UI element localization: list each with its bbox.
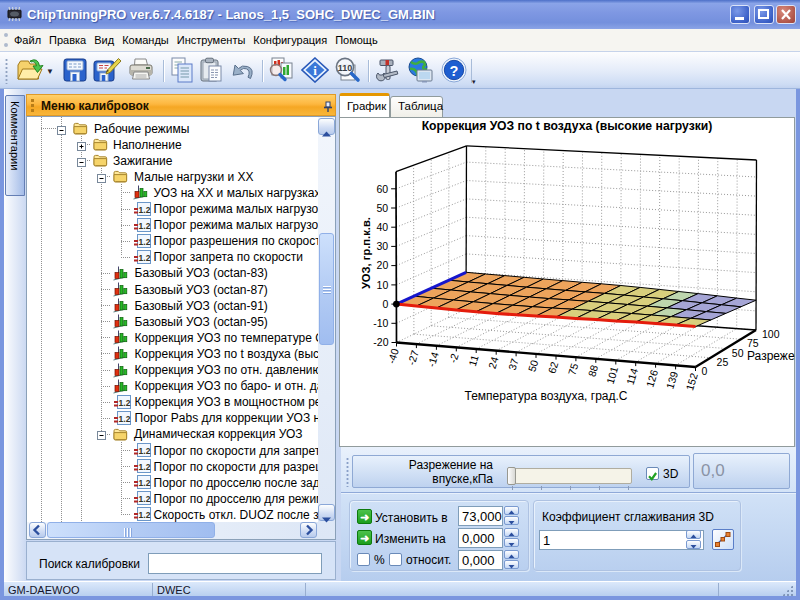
svg-text:-40: -40 (385, 347, 401, 365)
svg-text:-14: -14 (425, 350, 441, 368)
svg-text:75: 75 (565, 362, 580, 377)
svg-text:-20: -20 (373, 336, 388, 348)
svg-text:30: 30 (377, 240, 389, 252)
svg-text:-27: -27 (405, 349, 421, 367)
svg-text:25: 25 (717, 356, 729, 368)
svg-text:114: 114 (624, 367, 640, 387)
svg-text:11: 11 (466, 353, 481, 367)
svg-text:1.2: 1.2 (138, 252, 150, 262)
svg-text:139: 139 (663, 370, 680, 390)
svg-text:i: i (313, 63, 317, 78)
svg-text:40: 40 (377, 221, 389, 233)
svg-text:1.2: 1.2 (138, 236, 150, 246)
svg-text:10: 10 (377, 279, 389, 291)
svg-text:Температура воздуха, град.С: Температура воздуха, град.С (465, 389, 628, 403)
svg-text:0: 0 (702, 365, 708, 377)
svg-text:152: 152 (683, 371, 700, 391)
svg-text:Разрежение, кПа: Разрежение, кПа (747, 349, 795, 363)
svg-text:1.2: 1.2 (138, 446, 150, 456)
svg-text:126: 126 (643, 368, 660, 388)
svg-text:1.2: 1.2 (138, 462, 150, 472)
svg-text:1.2: 1.2 (138, 494, 150, 504)
svg-text:1.2: 1.2 (138, 204, 150, 214)
svg-text:1.2: 1.2 (138, 478, 150, 488)
svg-text:?: ? (450, 63, 459, 79)
svg-text:100: 100 (762, 328, 780, 340)
svg-text:1.2: 1.2 (119, 397, 131, 407)
svg-text:1.2: 1.2 (138, 510, 150, 520)
svg-text:62: 62 (546, 360, 561, 375)
svg-text:-2: -2 (447, 352, 461, 365)
svg-text:1.2: 1.2 (138, 220, 150, 230)
svg-text:Коррекция УОЗ по t воздуха (вы: Коррекция УОЗ по t воздуха (высокие нагр… (422, 119, 713, 133)
svg-text:УОЗ, гр.п.к.в.: УОЗ, гр.п.к.в. (360, 217, 372, 289)
svg-text:0: 0 (383, 298, 389, 310)
svg-text:101: 101 (604, 365, 621, 385)
svg-text:37: 37 (506, 357, 521, 372)
svg-text:50: 50 (732, 347, 744, 359)
svg-text:1.2: 1.2 (119, 413, 131, 423)
svg-text:60: 60 (376, 183, 388, 195)
svg-text:24: 24 (486, 355, 501, 370)
svg-text:75: 75 (747, 337, 759, 349)
svg-text:110: 110 (338, 63, 353, 73)
svg-text:88: 88 (585, 363, 600, 378)
svg-text:50: 50 (376, 202, 388, 214)
svg-text:20: 20 (377, 259, 389, 271)
svg-text:-10: -10 (373, 317, 388, 329)
svg-text:50: 50 (526, 358, 541, 373)
